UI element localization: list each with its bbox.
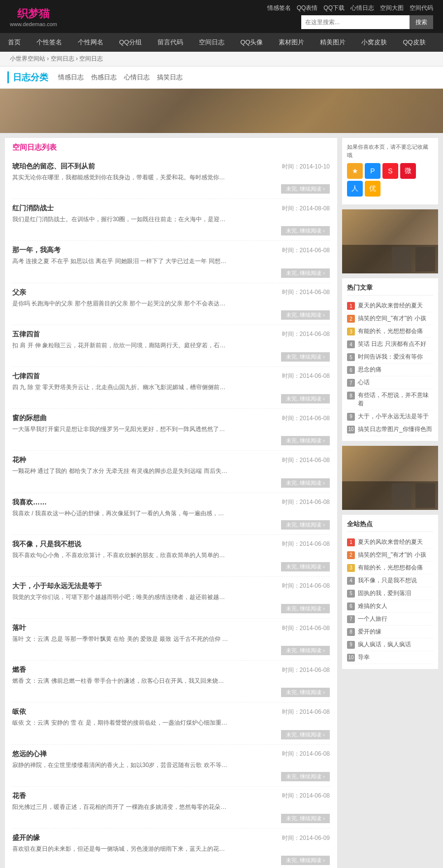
site-hot-link[interactable]: 导幸 [358, 653, 370, 662]
nav-item[interactable]: QQ头像 [232, 33, 271, 52]
hot-rank: 2 [347, 315, 355, 323]
article-title[interactable]: 琥珀色的留恋、回不到从前 [12, 162, 95, 171]
read-more-link[interactable]: 未完, 继续阅读 › [281, 520, 330, 530]
category-tab[interactable]: 伤感日志 [91, 73, 117, 82]
read-more-link[interactable]: 未完, 继续阅读 › [281, 226, 330, 235]
social-icon-youku[interactable]: 优 [365, 181, 380, 197]
category-tab[interactable]: 情感日志 [58, 73, 84, 82]
article-title[interactable]: 盛开的缘 [12, 834, 40, 842]
site-hot-link[interactable]: 有能的长，光想想都会痛 [358, 564, 423, 572]
read-more-link[interactable]: 未完, 继续阅读 › [281, 856, 330, 865]
social-icon-P[interactable]: P [365, 163, 380, 179]
sidebar-hint: 如果你喜欢本页，请不要忘记收藏哦 [347, 143, 433, 159]
read-more-link[interactable]: 未完, 继续阅读 › [281, 478, 330, 488]
article-date: 时间：2014-06-08 [282, 498, 330, 506]
article-title[interactable]: 花香 [12, 792, 26, 801]
article-title[interactable]: 那一年，我高考 [12, 246, 61, 255]
article-title[interactable]: 花种 [12, 456, 26, 465]
hot-article-link[interactable]: 思念的痛 [358, 366, 381, 374]
article-title[interactable]: 七律四首 [12, 372, 40, 381]
hot-rank: 4 [347, 340, 355, 348]
site-hot-link[interactable]: 难搞的女人 [358, 602, 387, 610]
read-more-link[interactable]: 未完, 继续阅读 › [281, 268, 330, 278]
breadcrumb-item[interactable]: 空间日志 [79, 55, 103, 62]
nav-item[interactable]: 留言代码 [150, 33, 191, 52]
header-link[interactable]: 空间代码 [410, 4, 433, 12]
site-hot-link[interactable]: 疯人疯话，疯人疯话 [358, 640, 411, 649]
hot-article-link[interactable]: 搞笑的空间_"有才"的 小孩 [358, 314, 426, 323]
article-title[interactable]: 皈依 [12, 707, 26, 716]
article-date: 时间：2014-06-08 [282, 792, 330, 800]
hot-article-link[interactable]: 笑话 日志 只演都有点不好 [358, 340, 426, 348]
site-hot-link[interactable]: 搞笑的空间_"有才"的 小孩 [358, 551, 426, 559]
read-more-link[interactable]: 未完, 继续阅读 › [281, 730, 330, 739]
social-icon-S[interactable]: S [382, 163, 398, 179]
site-hot-rank: 10 [347, 654, 355, 662]
read-more-link[interactable]: 未完, 继续阅读 › [281, 352, 330, 362]
article-title[interactable]: 父亲 [12, 288, 26, 297]
search-input[interactable] [301, 15, 410, 29]
site-hot-link[interactable]: 我不像，只是我不想说 [358, 576, 417, 585]
article-title[interactable]: 我喜欢…… [12, 498, 47, 507]
sidebar-photo-2 [342, 446, 438, 510]
nav-item[interactable]: 首页 [0, 33, 29, 52]
read-more-link[interactable]: 未完, 继续阅读 › [281, 646, 330, 655]
nav-item[interactable]: QQ皮肤 [395, 33, 433, 52]
list-item: 父亲 时间：2014-06-08 是你吗 长跑海中的父亲 那个慈眉善目的父亲 那… [12, 283, 330, 325]
nav-item[interactable]: 小窝皮肤 [353, 33, 395, 52]
breadcrumb-item[interactable]: 空间日志 [51, 55, 74, 62]
hot-article-link[interactable]: 有能的长，光想想都会痛 [358, 327, 423, 335]
article-title[interactable]: 窗的际想曲 [12, 414, 47, 423]
header-link[interactable]: 空间大图 [380, 4, 404, 12]
list-item: 花种 时间：2014-06-08 一颗花种 通过了我的 都给失了水分 无牵无挂 … [12, 451, 330, 493]
nav-item[interactable]: 个性网名 [70, 33, 111, 52]
article-title[interactable]: 大于，小于却永远无法是等于 [12, 582, 102, 591]
article-title[interactable]: 悠远的心禅 [12, 750, 47, 759]
hot-article-link[interactable]: 夏天的风吹来曾经的夏天 [358, 301, 423, 310]
read-more-link[interactable]: 未完, 继续阅读 › [281, 310, 330, 320]
hot-article-link[interactable]: 搞笑日志带图片_你懂得色而 [358, 425, 432, 434]
read-more-link[interactable]: 未完, 继续阅读 › [281, 562, 330, 571]
list-item: 那一年，我高考 时间：2014-06-08 高考 连接之夏 不在乎 如思以信 离… [12, 241, 330, 283]
social-icon-star[interactable]: ★ [347, 163, 363, 179]
read-more-link[interactable]: 未完, 继续阅读 › [281, 436, 330, 445]
article-title[interactable]: 红门消防战士 [12, 204, 54, 213]
site-hot-link[interactable]: 固执的我，爱到落泪 [358, 589, 411, 598]
article-excerpt: 我们是红门消防战士。在训练中，握行30圈，一如既往往前走；在火海中，是迎险而上，… [12, 215, 229, 224]
category-tabs: 情感日志伤感日志心情日志搞笑日志 [58, 73, 183, 82]
article-title[interactable]: 落叶 [12, 624, 26, 633]
nav-item[interactable]: 空间日志 [191, 33, 232, 52]
social-icon-renren[interactable]: 人 [347, 181, 363, 197]
header-link[interactable]: 情感签名 [267, 4, 291, 12]
article-excerpt: 高考 连接之夏 不在乎 如思以信 离在乎 同她眼泪 一样下了 大学已过走一年 同… [12, 257, 229, 266]
breadcrumb-item[interactable]: 小世界空间站 [10, 55, 45, 62]
read-more-link[interactable]: 未完, 继续阅读 › [281, 814, 330, 823]
site-hot-link[interactable]: 爱开的缘 [358, 628, 381, 636]
read-more-link[interactable]: 未完, 继续阅读 › [281, 394, 330, 403]
site-hot-link[interactable]: 一个人旅行 [358, 615, 387, 623]
site-hot-link[interactable]: 夏天的风吹来曾经的夏天 [358, 538, 423, 546]
hot-article-link[interactable]: 心话 [358, 378, 370, 387]
header-link[interactable]: QQ下载 [323, 4, 345, 12]
hot-article-link[interactable]: 有些话，不想说，并不意味着 [358, 391, 433, 408]
nav-item[interactable]: QQ分组 [111, 33, 150, 52]
nav-item[interactable]: 个性签名 [29, 33, 70, 52]
category-tab[interactable]: 心情日志 [124, 73, 150, 82]
search-button[interactable]: 搜索 [410, 15, 433, 29]
nav-item[interactable]: 素材图片 [271, 33, 312, 52]
article-title[interactable]: 我不像，只是我不想说 [12, 540, 81, 549]
read-more-link[interactable]: 未完, 继续阅读 › [281, 604, 330, 613]
read-more-link[interactable]: 未完, 继续阅读 › [281, 688, 330, 697]
social-icon-weibo[interactable]: 微 [400, 163, 416, 179]
read-more-link[interactable]: 未完, 继续阅读 › [281, 772, 330, 781]
article-title[interactable]: 燃香 [12, 666, 26, 674]
hot-article-link[interactable]: 时间告诉我：爱没有等你 [358, 353, 423, 361]
hot-article-link[interactable]: 大于，小平永远无法是等于 [358, 412, 429, 421]
category-tab[interactable]: 搞笑日志 [157, 73, 183, 82]
header-link[interactable]: QQ表情 [297, 4, 318, 12]
banner-overlay [0, 89, 443, 133]
read-more-link[interactable]: 未完, 继续阅读 › [281, 184, 330, 194]
nav-item[interactable]: 精美图片 [312, 33, 353, 52]
article-title[interactable]: 五律四首 [12, 330, 40, 339]
header-link[interactable]: 心情日志 [350, 4, 374, 12]
